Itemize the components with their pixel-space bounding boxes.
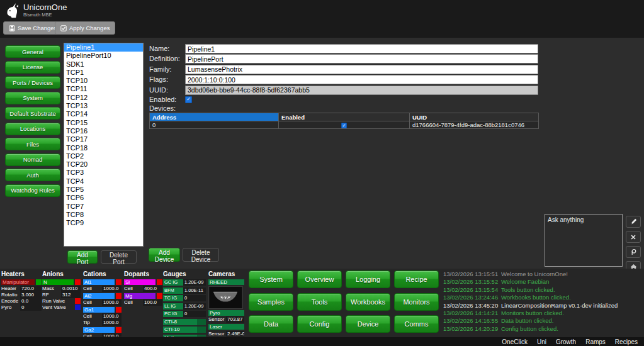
list-item-tcp6[interactable]: TCP6 xyxy=(64,194,143,202)
list-item-pipeline1[interactable]: Pipeline1 xyxy=(64,43,143,52)
param-row-cell: Cell100.0 xyxy=(124,299,162,306)
rheed-thumbnail xyxy=(208,286,243,309)
form-input-definition[interactable] xyxy=(185,54,538,64)
list-item-pipelineport10[interactable]: PipelinePort10 xyxy=(64,52,143,60)
ask-anything-input[interactable] xyxy=(545,214,623,267)
list-item-tcp12[interactable]: TCP12 xyxy=(64,94,143,102)
list-item-tcp2[interactable]: TCP2 xyxy=(64,152,143,160)
add-device-button[interactable]: Add Device xyxy=(149,248,180,262)
list-item-tcp4[interactable]: TCP4 xyxy=(64,177,143,186)
param-value: 3.000 xyxy=(20,292,42,298)
valve-indicator[interactable] xyxy=(75,298,81,304)
list-item-tcp5[interactable]: TCP5 xyxy=(64,186,143,194)
shutter-indicator[interactable] xyxy=(116,293,121,299)
send-icon xyxy=(630,218,637,225)
enabled-row: Enabled: xyxy=(149,96,192,103)
source-name-bar: N xyxy=(42,279,74,285)
list-item-tcp11[interactable]: TCP11 xyxy=(64,85,143,93)
list-item-tcp16[interactable]: TCP16 xyxy=(64,127,143,135)
add-port-button[interactable]: Add Port xyxy=(67,250,98,264)
nav-button-logging[interactable]: Logging xyxy=(346,271,390,288)
sidebar-item-files[interactable]: Files xyxy=(5,138,60,150)
search-button[interactable] xyxy=(626,246,641,258)
devices-table: AddressEnabledUUID 0d1766604-7879-4fd9-a… xyxy=(149,113,539,129)
row-enabled-checkbox[interactable] xyxy=(341,123,347,128)
shutter-indicator[interactable] xyxy=(75,279,81,285)
list-item-tcp7[interactable]: TCP7 xyxy=(64,203,143,211)
source-group-n: NMass0.0010RF312Run ValveVent Valve xyxy=(42,279,81,311)
sidebar-item-watchdog-rules[interactable]: Watchdog Rules xyxy=(5,184,60,197)
nav-button-samples[interactable]: Samples xyxy=(249,293,293,311)
list-item-tcp9[interactable]: TCP9 xyxy=(64,219,143,227)
shutter-indicator[interactable] xyxy=(116,327,121,333)
form-input-name[interactable] xyxy=(185,44,538,53)
shutter-indicator[interactable] xyxy=(116,307,121,313)
form-input-flags[interactable] xyxy=(185,75,538,84)
list-item-tcp1[interactable]: TCP1 xyxy=(64,69,143,77)
sidebar-item-default-substrate[interactable]: Default Substrate xyxy=(5,107,60,120)
valve-indicator[interactable] xyxy=(75,304,81,310)
statusbar-item-recipes[interactable]: Recipes xyxy=(615,338,638,345)
log-entry: 13/02/2026 14:20:29Config button clicked… xyxy=(443,325,642,333)
nav-button-recipe[interactable]: Recipe xyxy=(394,271,439,288)
app-subtitle: Bismuth MBE xyxy=(23,12,52,18)
list-item-tcp13[interactable]: TCP13 xyxy=(64,102,143,110)
list-item-tcp20[interactable]: TCP20 xyxy=(64,160,143,169)
nav-button-config[interactable]: Config xyxy=(297,315,342,333)
statusbar-item-growth[interactable]: Growth xyxy=(556,338,576,345)
sidebar-item-locations[interactable]: Locations xyxy=(5,123,60,135)
shutter-indicator[interactable] xyxy=(36,279,42,285)
source-group-si: SiCell400.0 xyxy=(124,279,162,292)
gauge-row-ll-ig: LL IG1.20E-09 xyxy=(163,303,206,310)
statusbar-item-oneclick[interactable]: OneClick xyxy=(502,338,528,345)
delete-port-button[interactable]: Delete Port xyxy=(101,250,137,264)
nav-button-system[interactable]: System xyxy=(249,271,293,288)
shutter-indicator[interactable] xyxy=(157,279,162,285)
list-item-sdk1[interactable]: SDK1 xyxy=(64,60,143,69)
nav-button-overview[interactable]: Overview xyxy=(297,271,342,288)
statusbar-item-uni[interactable]: Uni xyxy=(537,338,546,345)
table-row[interactable]: 0d1766604-7879-4fd9-adac-88b2181c0746 xyxy=(150,121,539,129)
enabled-checkbox[interactable] xyxy=(185,96,192,103)
nav-button-data[interactable]: Data xyxy=(249,315,293,333)
column-header-uuid[interactable]: UUID xyxy=(410,113,539,121)
list-item-tcp17[interactable]: TCP17 xyxy=(64,135,143,143)
form-input-family[interactable] xyxy=(185,65,538,74)
nav-button-workbooks[interactable]: Workbooks xyxy=(346,293,390,311)
param-row-cell: Cell1000.0 xyxy=(83,333,121,337)
apply-changes-button[interactable]: Apply Changes xyxy=(55,21,115,35)
statusbar-item-ramps[interactable]: Ramps xyxy=(585,338,606,345)
nav-button-monitors[interactable]: Monitors xyxy=(394,293,439,311)
list-item-tcp10[interactable]: TCP10 xyxy=(64,77,143,85)
sidebar-item-general[interactable]: General xyxy=(5,45,60,58)
shutter-indicator[interactable] xyxy=(116,279,121,285)
sidebar-item-auth[interactable]: Auth xyxy=(5,169,60,181)
list-item-tcp3[interactable]: TCP3 xyxy=(64,169,143,177)
sidebar-item-nomad[interactable]: Nomad xyxy=(5,153,60,166)
list-item-tcp14[interactable]: TCP14 xyxy=(64,110,143,118)
nav-button-comms[interactable]: Comms xyxy=(394,315,439,333)
sidebar-item-license[interactable]: License xyxy=(5,61,60,74)
param-value: 1000.0 xyxy=(102,333,121,337)
list-item-tcp18[interactable]: TCP18 xyxy=(64,144,143,152)
param-row-mass: Mass0.0010 xyxy=(42,286,81,292)
list-item-tcp15[interactable]: TCP15 xyxy=(64,119,143,127)
sidebar-item-ports-devices[interactable]: Ports / Devices xyxy=(5,76,60,89)
send-button[interactable] xyxy=(626,216,641,228)
sidebar-item-system[interactable]: System xyxy=(5,92,60,104)
column-header-address[interactable]: Address xyxy=(150,113,279,121)
close-button[interactable] xyxy=(626,231,641,243)
nav-button-device[interactable]: Device xyxy=(346,315,390,333)
close-icon xyxy=(630,234,636,240)
param-label: Encode xyxy=(1,298,20,304)
port-listbox[interactable]: Pipeline1PipelinePort10SDK1TCP1TCP10TCP1… xyxy=(64,43,144,247)
form-input-uuid[interactable] xyxy=(185,86,538,95)
column-header-enabled[interactable]: Enabled xyxy=(279,113,410,121)
shutter-indicator[interactable] xyxy=(157,293,162,299)
delete-device-button[interactable]: Delete Device xyxy=(183,248,219,262)
cell-enabled xyxy=(279,121,410,129)
list-item-tcp8[interactable]: TCP8 xyxy=(64,211,143,219)
nav-button-tools[interactable]: Tools xyxy=(297,293,342,311)
cameras-panel: Cameras RHEED Pyro Sensor 703.87 Laser S… xyxy=(208,271,244,337)
save-changes-button[interactable]: Save Changes xyxy=(3,21,62,35)
